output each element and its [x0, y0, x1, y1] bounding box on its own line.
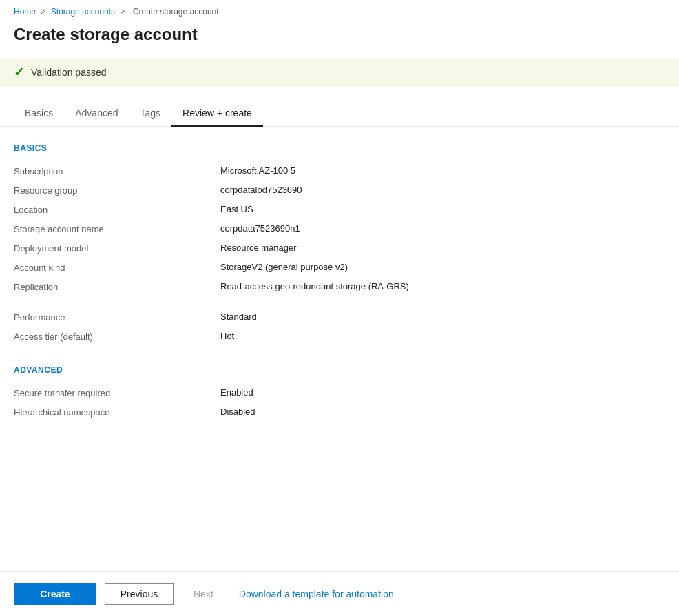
advanced-section-header: ADVANCED [14, 365, 665, 375]
value-performance: Standard [220, 311, 665, 322]
label-hierarchical-namespace: Hierarchical namespace [14, 407, 220, 418]
section-gap-1 [14, 296, 665, 307]
value-access-tier: Hot [220, 331, 665, 341]
value-location: East US [220, 204, 665, 214]
value-replication: Read-access geo-redundant storage (RA-GR… [220, 281, 665, 291]
row-deployment-model: Deployment model Resource manager [14, 238, 665, 258]
tab-review-create[interactable]: Review + create [171, 101, 263, 127]
row-performance: Performance Standard [14, 307, 665, 327]
label-performance: Performance [14, 311, 220, 322]
validation-text: Validation passed [31, 67, 106, 78]
value-account-kind: StorageV2 (general purpose v2) [220, 262, 665, 272]
tab-basics[interactable]: Basics [14, 101, 64, 127]
tab-advanced[interactable]: Advanced [64, 101, 129, 127]
content-area: BASICS Subscription Microsoft AZ-100 5 R… [0, 143, 679, 422]
value-subscription: Microsoft AZ-100 5 [220, 165, 665, 176]
breadcrumb: Home > Storage accounts > Create storage… [0, 0, 679, 21]
label-access-tier: Access tier (default) [14, 331, 220, 342]
create-button[interactable]: Create [14, 583, 96, 605]
row-resource-group: Resource group corpdatalod7523690 [14, 181, 665, 200]
value-deployment-model: Resource manager [220, 243, 665, 253]
download-template-link[interactable]: Download a template for automation [239, 588, 394, 599]
tab-tags[interactable]: Tags [129, 101, 172, 127]
basics-section-header: BASICS [14, 143, 665, 153]
breadcrumb-home[interactable]: Home [14, 7, 36, 17]
breadcrumb-sep2: > [120, 7, 125, 17]
previous-button[interactable]: Previous [105, 583, 174, 605]
label-location: Location [14, 204, 220, 215]
footer: Create Previous Next Download a template… [0, 571, 679, 616]
advanced-section: ADVANCED Secure transfer required Enable… [14, 351, 665, 422]
label-account-kind: Account kind [14, 262, 220, 273]
label-subscription: Subscription [14, 165, 220, 176]
row-location: Location East US [14, 200, 665, 219]
validation-banner: ✓ Validation passed [0, 58, 679, 87]
validation-check-icon: ✓ [14, 65, 24, 80]
value-hierarchical-namespace: Disabled [220, 407, 665, 417]
label-replication: Replication [14, 281, 220, 292]
page-container: Home > Storage accounts > Create storage… [0, 0, 679, 616]
page-title: Create storage account [0, 21, 679, 58]
tabs-container: Basics Advanced Tags Review + create [0, 101, 679, 127]
row-replication: Replication Read-access geo-redundant st… [14, 277, 665, 296]
value-secure-transfer: Enabled [220, 387, 665, 398]
row-access-tier: Access tier (default) Hot [14, 327, 665, 346]
label-storage-account-name: Storage account name [14, 223, 220, 234]
row-storage-account-name: Storage account name corpdata7523690n1 [14, 219, 665, 238]
label-secure-transfer: Secure transfer required [14, 387, 220, 398]
section-gap-2 [14, 351, 665, 362]
breadcrumb-sep1: > [41, 7, 45, 17]
row-hierarchical-namespace: Hierarchical namespace Disabled [14, 402, 665, 422]
row-account-kind: Account kind StorageV2 (general purpose … [14, 258, 665, 277]
next-button: Next [182, 583, 225, 605]
value-storage-account-name: corpdata7523690n1 [220, 223, 665, 234]
breadcrumb-storage[interactable]: Storage accounts [51, 7, 115, 17]
value-resource-group: corpdatalod7523690 [220, 185, 665, 195]
row-secure-transfer: Secure transfer required Enabled [14, 383, 665, 402]
label-resource-group: Resource group [14, 185, 220, 196]
label-deployment-model: Deployment model [14, 243, 220, 254]
row-subscription: Subscription Microsoft AZ-100 5 [14, 161, 665, 181]
breadcrumb-current: Create storage account [133, 7, 219, 17]
